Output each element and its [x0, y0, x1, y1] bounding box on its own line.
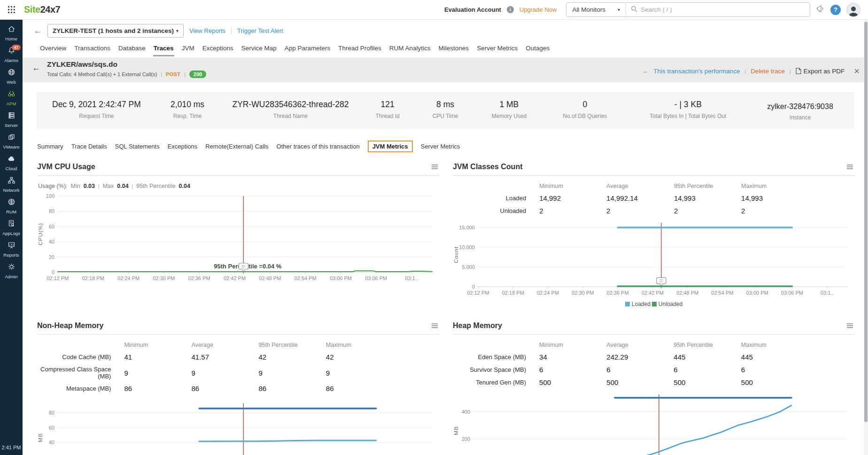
sidebar-item-home[interactable]: Home: [0, 23, 23, 44]
back-arrow-icon[interactable]: ←: [34, 26, 42, 36]
stat-label: Total Bytes In | Total Bytes Out: [631, 113, 745, 119]
cell-value: 500: [739, 376, 806, 389]
monitor-selector[interactable]: ZYLKER-TEST (1 hosts and 2 instances) ▾: [47, 24, 184, 38]
svg-text:15,000: 15,000: [459, 225, 475, 230]
sidebar-item-applogs[interactable]: AppLogs: [0, 217, 23, 239]
cell-value: 86: [122, 382, 189, 395]
panel-heap-memory: Heap Memory MinimumAverage95th Percentil…: [453, 319, 855, 455]
sidebar-item-server[interactable]: Server: [0, 109, 23, 131]
subtab-other-traces-of-this-transaction[interactable]: Other traces of this transaction: [277, 141, 360, 152]
non-heap-memory-chart[interactable]: 2040608002:12 P..02:18 PM02:24 PM02:30 P…: [37, 400, 440, 455]
sidebar-item-apm[interactable]: APM: [0, 87, 23, 109]
panel-menu-icon[interactable]: [431, 322, 439, 329]
cell-value: 6: [739, 363, 806, 376]
back-arrow-icon[interactable]: ←: [32, 63, 40, 78]
panel-menu-icon[interactable]: [846, 322, 854, 329]
scrollbar-thumb[interactable]: [864, 22, 868, 422]
site24x7-logo[interactable]: Site24x7: [24, 4, 60, 15]
subtab-sql-statements[interactable]: SQL Statements: [115, 141, 160, 152]
avatar[interactable]: [846, 3, 860, 17]
info-icon[interactable]: i: [507, 6, 514, 13]
cell-value: 14,992: [537, 192, 604, 204]
sidebar-item-admin[interactable]: Admin: [0, 260, 23, 282]
legend-item[interactable]: Loaded: [625, 301, 651, 307]
cpu-usage-summary: Usage (%): Min0.03 Max0.04 95th Percenti…: [38, 183, 440, 189]
svg-text:02:12 PM: 02:12 PM: [46, 275, 69, 281]
panel-menu-icon[interactable]: [846, 164, 854, 170]
sidebar-item-network[interactable]: Network: [0, 174, 23, 196]
sidebar-item-rum[interactable]: RUM: [0, 196, 23, 217]
tab-database[interactable]: Database: [118, 43, 146, 56]
sidebar-item-cloud[interactable]: Cloud: [0, 152, 23, 174]
sidebar-item-label: Reports: [3, 252, 19, 258]
status-badge: 200: [189, 71, 206, 78]
jvm-cpu-usage-chart[interactable]: 02040608010002:12 PM02:18 PM02:24 PM02:3…: [37, 192, 440, 284]
column-header: Average: [190, 339, 257, 351]
transaction-performance-link[interactable]: This transaction's performance: [653, 68, 740, 75]
legend-item[interactable]: Unloaded: [652, 301, 682, 307]
cell-value: 41.57: [190, 351, 257, 363]
stat-value: ZYR-WU283546362-thread-282: [227, 100, 354, 110]
upgrade-now-link[interactable]: Upgrade Now: [519, 6, 557, 13]
stat-value: - | 3 KB: [631, 100, 745, 110]
tab-jvm[interactable]: JVM: [181, 43, 195, 56]
subtab-trace-details[interactable]: Trace Details: [71, 141, 107, 152]
sidebar-item-alarms[interactable]: Alarms47: [0, 44, 23, 66]
tab-traces[interactable]: Traces: [153, 43, 174, 56]
cell-value: 6: [537, 363, 604, 376]
metrics-table: MinimumAverage95th PercentileMaximumLoad…: [453, 180, 806, 217]
view-reports-link[interactable]: View Reports: [189, 27, 225, 34]
cell-value: 42: [324, 351, 391, 363]
help-icon[interactable]: ?: [830, 5, 841, 15]
subtab-summary[interactable]: Summary: [37, 141, 63, 152]
chevron-down-icon: ▾: [618, 7, 620, 12]
table-row: Unloaded2222: [453, 204, 806, 217]
close-icon[interactable]: ×: [854, 68, 860, 74]
export-pdf-button[interactable]: Export as PDF: [796, 68, 845, 75]
svg-text:03:1..: 03:1..: [405, 275, 418, 281]
svg-text:02:24 PM: 02:24 PM: [537, 290, 559, 296]
trigger-test-alert-link[interactable]: Trigger Test Alert: [237, 27, 283, 34]
scrollbar[interactable]: [864, 20, 868, 455]
tab-service-map[interactable]: Service Map: [241, 43, 277, 56]
tab-exceptions[interactable]: Exceptions: [202, 43, 234, 56]
column-header: Maximum: [739, 339, 806, 351]
app-grid-icon[interactable]: [8, 6, 16, 14]
subtab-remote-external-calls[interactable]: Remote(External) Calls: [205, 141, 268, 152]
monitor-type-select[interactable]: All Monitors ▾: [566, 3, 626, 16]
tab-app-parameters[interactable]: App Parameters: [284, 43, 331, 56]
svg-text:02:36 PM: 02:36 PM: [188, 275, 210, 281]
trace-sub-tabs: SummaryTrace DetailsSQL StatementsExcept…: [37, 141, 868, 152]
announcement-icon[interactable]: [816, 4, 825, 15]
panel-menu-icon[interactable]: [431, 164, 439, 170]
chevron-down-icon: ▾: [176, 28, 178, 33]
row-label: Loaded: [453, 192, 537, 204]
sidebar-item-web[interactable]: Web: [0, 66, 23, 87]
tab-rum-analytics[interactable]: RUM Analytics: [389, 43, 431, 56]
divider: [98, 183, 100, 189]
monitor-search-group: All Monitors ▾: [566, 2, 810, 17]
sidebar-item-label: Web: [7, 79, 16, 85]
search-input[interactable]: [641, 6, 805, 13]
cell-value: 500: [537, 376, 604, 389]
subtab-exceptions[interactable]: Exceptions: [168, 141, 198, 152]
back-arrow-icon[interactable]: ←: [643, 68, 649, 75]
cell-value: 445: [672, 351, 739, 363]
tab-overview[interactable]: Overview: [39, 43, 67, 56]
svg-text:40: 40: [49, 439, 54, 445]
heap-memory-chart[interactable]: 020040002:12 PM02:18 PM02:24 PM02:30 PM0…: [453, 391, 855, 455]
apm-nav-tabs: OverviewTransactionsDatabaseTracesJVMExc…: [23, 41, 868, 56]
account-type-label: Evaluation Account: [444, 6, 501, 13]
delete-trace-link[interactable]: Delete trace: [751, 68, 785, 75]
tab-milestones[interactable]: Milestones: [438, 43, 470, 56]
tab-transactions[interactable]: Transactions: [74, 43, 111, 56]
jvm-classes-count-chart[interactable]: 05,00010,00015,00002:12 PM02:18 PM02:24 …: [453, 219, 855, 299]
tab-thread-profiles[interactable]: Thread Profiles: [338, 43, 382, 56]
tab-outages[interactable]: Outages: [525, 43, 550, 56]
sidebar-item-vmware[interactable]: VMware: [0, 131, 23, 152]
sidebar-item-reports[interactable]: Reports: [0, 239, 23, 260]
tab-server-metrics[interactable]: Server Metrics: [476, 43, 518, 56]
subtab-jvm-metrics[interactable]: JVM Metrics: [368, 141, 413, 152]
subtab-server-metrics[interactable]: Server Metrics: [421, 141, 460, 152]
binoculars-icon: [8, 90, 16, 100]
